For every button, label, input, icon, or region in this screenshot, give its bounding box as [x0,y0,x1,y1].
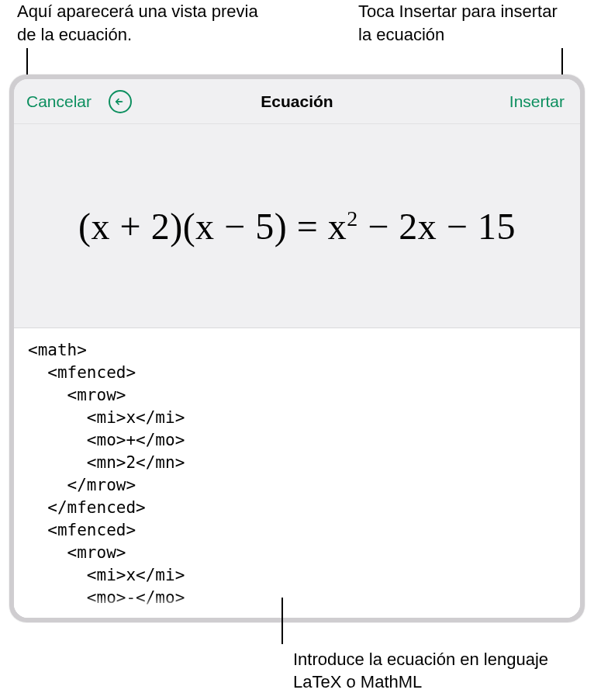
callout-code: Introduce la ecuación en lenguaje LaTeX … [293,648,572,694]
equation-render: (x + 2)(x − 5) = x2 − 2x − 15 [78,205,516,248]
cancel-button[interactable]: Cancelar [26,92,92,111]
equation-code-input[interactable]: <math> <mfenced> <mrow> <mi>x</mi> <mo>+… [14,327,580,618]
callout-preview: Aquí aparecerá una vista previa de la ec… [17,0,265,46]
dialog-inner: Cancelar Ecuación Insertar (x + 2)(x − 5… [14,79,580,618]
code-text: <math> <mfenced> <mrow> <mi>x</mi> <mo>+… [28,341,185,607]
dialog-title: Ecuación [261,92,333,111]
callout-insert: Toca Insertar para insertar la ecuación [358,0,575,46]
dialog-header: Cancelar Ecuación Insertar [14,79,580,124]
undo-icon [114,95,126,108]
callout-line [281,598,283,644]
equation-preview: (x + 2)(x − 5) = x2 − 2x − 15 [14,124,580,327]
undo-button[interactable] [109,90,132,113]
insert-button[interactable]: Insertar [509,92,565,111]
header-left: Cancelar [26,90,132,113]
callout-line [561,48,563,78]
equation-dialog: Cancelar Ecuación Insertar (x + 2)(x − 5… [9,75,585,622]
